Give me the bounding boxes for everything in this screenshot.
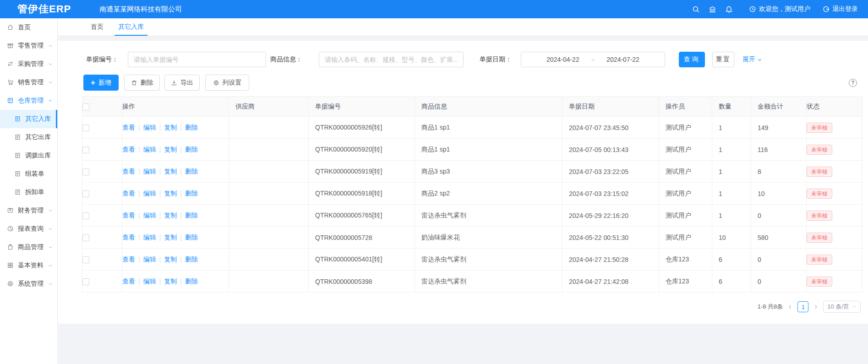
page-number[interactable]: 1 [797, 301, 808, 312]
add-button[interactable]: + 新增 [83, 75, 119, 91]
sidebar-item-other-outbound[interactable]: 其它出库 [0, 128, 57, 147]
row-checkbox[interactable] [82, 168, 89, 175]
user-menu[interactable]: 欢迎您，测试用户 [749, 5, 810, 13]
sidebar-item-reports[interactable]: 报表查询 [0, 220, 57, 238]
delete-button[interactable]: 删除 [124, 75, 160, 91]
edit-link[interactable]: 编辑 [143, 277, 156, 285]
action-divider: | [159, 168, 161, 175]
export-button[interactable]: 导出 [164, 75, 200, 91]
table-row: 查看|编辑|复制|删除 QTRK00000005728 奶油味爆米花 2024-… [82, 227, 863, 249]
tab-other-inbound[interactable]: 其它入库 [111, 18, 151, 36]
add-label: 新增 [98, 79, 111, 87]
sidebar-item-sales[interactable]: 销售管理 [0, 73, 57, 92]
reset-button[interactable]: 重置 [712, 52, 734, 67]
sidebar-item-transfer-outbound[interactable]: 调拨出库 [0, 147, 57, 165]
row-checkbox[interactable] [82, 147, 89, 153]
sidebar-item-warehouse[interactable]: 仓库管理 [0, 92, 57, 110]
edit-link[interactable]: 编辑 [143, 168, 156, 175]
next-page-button[interactable] [813, 304, 819, 310]
status-badge: 未审核 [807, 255, 832, 265]
search-button[interactable]: 查询 [679, 52, 705, 67]
sidebar-item-basic-data[interactable]: 基本资料 [0, 256, 57, 275]
logout-button[interactable]: 退出登录 [822, 5, 858, 13]
delete-link[interactable]: 删除 [185, 234, 198, 241]
delete-link[interactable]: 删除 [185, 212, 198, 219]
help-icon[interactable]: ? [849, 79, 857, 87]
select-all-checkbox[interactable] [82, 103, 89, 110]
edit-link[interactable]: 编辑 [143, 255, 156, 263]
sidebar-item-system[interactable]: 系统管理 [0, 275, 57, 293]
sidebar-item-assembly[interactable]: 组装单 [0, 165, 57, 183]
chevron-up-icon [48, 98, 53, 103]
sidebar-item-retail[interactable]: 零售管理 [0, 37, 57, 55]
view-link[interactable]: 查看 [122, 277, 135, 285]
edit-link[interactable]: 编辑 [143, 212, 156, 219]
prev-page-button[interactable] [787, 304, 793, 310]
delete-link[interactable]: 删除 [185, 277, 198, 285]
sidebar-item-purchase[interactable]: 采购管理 [0, 55, 57, 73]
action-divider: | [159, 234, 161, 241]
edit-link[interactable]: 编辑 [143, 190, 156, 197]
row-checkbox[interactable] [82, 125, 89, 131]
copy-link[interactable]: 复制 [164, 255, 177, 263]
search-icon[interactable] [688, 0, 704, 18]
edit-link[interactable]: 编辑 [143, 124, 156, 131]
date-end[interactable]: 2024-07-22 [606, 56, 639, 63]
view-link[interactable]: 查看 [122, 255, 135, 263]
expand-toggle[interactable]: 展开 [742, 55, 762, 64]
view-link[interactable]: 查看 [122, 124, 135, 131]
row-checkbox[interactable] [82, 190, 89, 197]
copy-link[interactable]: 复制 [164, 124, 177, 131]
sidebar-item-label: 商品管理 [18, 243, 44, 251]
copy-link[interactable]: 复制 [164, 146, 177, 153]
view-link[interactable]: 查看 [122, 190, 135, 197]
trash-icon [131, 80, 137, 86]
sidebar-item-other-inbound[interactable]: 其它入库 [0, 110, 57, 128]
delete-link[interactable]: 删除 [185, 190, 198, 197]
bill-no-input[interactable] [128, 52, 266, 67]
tab-home[interactable]: 首页 [83, 18, 111, 36]
view-link[interactable]: 查看 [122, 234, 135, 241]
view-link[interactable]: 查看 [122, 168, 135, 175]
amount-cell: 0 [751, 271, 807, 293]
operator-cell: 测试用户 [659, 183, 712, 205]
sidebar-item-finance[interactable]: 财务管理 [0, 201, 57, 220]
edit-link[interactable]: 编辑 [143, 234, 156, 241]
sidebar-item-label: 其它入库 [25, 115, 51, 123]
copy-link[interactable]: 复制 [164, 212, 177, 219]
copy-link[interactable]: 复制 [164, 234, 177, 241]
qty-cell: 10 [712, 227, 751, 249]
date-start[interactable]: 2024-04-22 [546, 56, 579, 63]
bill-code-cell: QTRK00000005765[转] [309, 205, 415, 227]
bell-icon[interactable] [721, 0, 737, 18]
copy-link[interactable]: 复制 [164, 277, 177, 285]
delete-link[interactable]: 删除 [185, 255, 198, 263]
view-link[interactable]: 查看 [122, 146, 135, 153]
copy-link[interactable]: 复制 [164, 168, 177, 175]
bill-code-cell: QTRK00000005920[转] [309, 139, 415, 161]
copy-link[interactable]: 复制 [164, 190, 177, 197]
delete-link[interactable]: 删除 [185, 124, 198, 131]
wallet-icon [7, 207, 14, 214]
product-cell: 雷达杀虫气雾剂 [415, 271, 562, 293]
row-checkbox[interactable] [82, 256, 89, 263]
row-checkbox[interactable] [82, 212, 89, 219]
sidebar-item-home[interactable]: 首页 [0, 18, 57, 37]
content-panel: 单据编号： 商品信息： 单据日期： 2024-04-22 ~ 2024-07-2… [58, 41, 868, 324]
sidebar-item-goods[interactable]: 商品管理 [0, 238, 57, 256]
product-cell: 商品1 sp1 [415, 117, 562, 139]
page-size-select[interactable]: 10 条/页 [823, 301, 861, 313]
sidebar-item-disassembly[interactable]: 拆卸单 [0, 183, 57, 201]
delete-link[interactable]: 删除 [185, 168, 198, 175]
column-settings-button[interactable]: 列设置 [205, 75, 249, 91]
sidebar-item-label: 财务管理 [18, 206, 44, 215]
tab-bar: 首页 其它入库 [58, 18, 868, 36]
delete-link[interactable]: 删除 [185, 146, 198, 153]
row-checkbox[interactable] [82, 278, 89, 285]
bank-icon[interactable] [704, 0, 721, 18]
product-info-input[interactable] [319, 52, 464, 67]
edit-link[interactable]: 编辑 [143, 146, 156, 153]
date-range-picker[interactable]: 2024-04-22 ~ 2024-07-22 [521, 52, 665, 67]
view-link[interactable]: 查看 [122, 212, 135, 219]
row-checkbox[interactable] [82, 234, 89, 241]
